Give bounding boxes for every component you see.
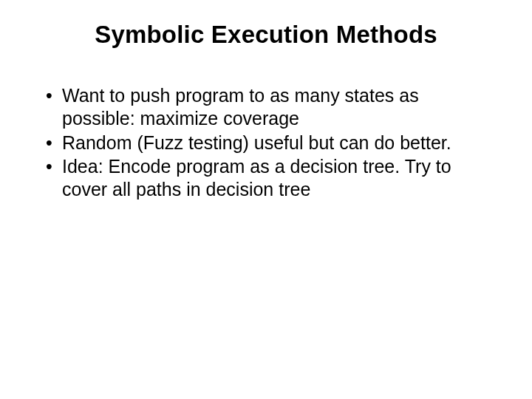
slide-title: Symbolic Execution Methods	[35, 21, 497, 49]
bullet-list: • Want to push program to as many states…	[35, 84, 497, 201]
list-item: • Idea: Encode program as a decision tre…	[46, 155, 497, 201]
bullet-icon: •	[46, 132, 62, 154]
bullet-text: Idea: Encode program as a decision tree.…	[62, 155, 497, 201]
list-item: • Want to push program to as many states…	[46, 84, 497, 130]
slide: Symbolic Execution Methods • Want to pus…	[0, 0, 532, 399]
list-item: • Random (Fuzz testing) useful but can d…	[46, 132, 497, 154]
bullet-text: Want to push program to as many states a…	[62, 84, 497, 130]
bullet-icon: •	[46, 84, 62, 107]
bullet-text: Random (Fuzz testing) useful but can do …	[62, 132, 497, 154]
bullet-icon: •	[46, 155, 62, 178]
